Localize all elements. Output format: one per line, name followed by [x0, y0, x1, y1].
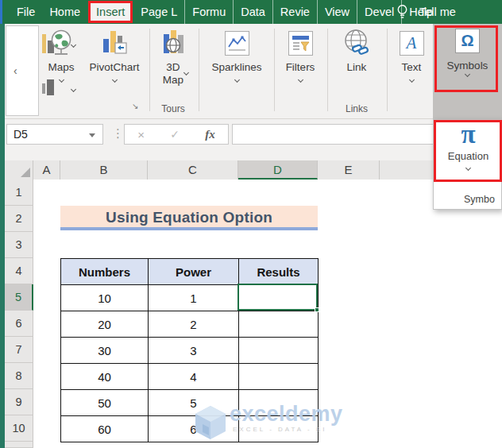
- 3d-map-label: 3D Map: [159, 61, 187, 87]
- group-separator: [199, 29, 199, 111]
- chevron-down-icon: [408, 77, 414, 83]
- watermark-brand: exceldemy: [230, 404, 343, 424]
- row-header-8[interactable]: 8: [5, 363, 33, 389]
- group-separator: [327, 29, 328, 111]
- lightbulb-icon: [396, 2, 409, 21]
- text-a-glyph: A: [407, 33, 417, 53]
- fill-handle[interactable]: [315, 307, 319, 312]
- formula-buttons: × ✓ fx: [124, 124, 229, 145]
- pivotchart-label: PivotChart: [89, 61, 139, 74]
- cell-B5[interactable]: 10: [61, 285, 149, 311]
- row-header-7[interactable]: 7: [5, 337, 33, 363]
- cell-C6[interactable]: 2: [149, 311, 239, 338]
- exceldemy-logo-icon: [193, 404, 228, 442]
- tab-view[interactable]: View: [318, 0, 357, 24]
- ribbon-tab-bar: File Home Insert Page L Formu Data Revie…: [0, 0, 502, 24]
- select-all-triangle-icon: [21, 168, 30, 177]
- tab-formulas[interactable]: Formu: [185, 0, 234, 24]
- window-edge: [0, 0, 2, 24]
- text-button[interactable]: A Text: [391, 27, 432, 106]
- tab-insert[interactable]: Insert: [91, 3, 130, 21]
- column-header-C[interactable]: C: [148, 160, 238, 180]
- row-header-5[interactable]: 5: [5, 284, 33, 311]
- cancel-icon[interactable]: ×: [137, 128, 145, 141]
- row-header-1[interactable]: 1: [5, 180, 33, 206]
- table-header-row: Numbers Power Results: [61, 259, 319, 285]
- more-options-icon[interactable]: ⋮: [112, 126, 124, 141]
- cell-B10[interactable]: 60: [61, 416, 149, 442]
- column-header-B[interactable]: B: [60, 160, 148, 180]
- fx-icon[interactable]: fx: [205, 128, 215, 141]
- chevron-down-icon: [234, 77, 239, 83]
- tab-data[interactable]: Data: [234, 0, 273, 24]
- cell-D4[interactable]: Results: [239, 259, 319, 285]
- cell-B9[interactable]: 50: [61, 390, 149, 416]
- row-header-2[interactable]: 2: [5, 206, 33, 232]
- tab-file[interactable]: File: [10, 0, 42, 24]
- row-header-3[interactable]: 3: [5, 232, 33, 258]
- excel-window: File Home Insert Page L Formu Data Revie…: [0, 0, 502, 448]
- table-row: 30 3: [61, 338, 319, 364]
- tab-page-layout[interactable]: Page L: [133, 0, 185, 24]
- chevron-down-icon: [111, 77, 117, 83]
- cell-D8[interactable]: [239, 364, 319, 390]
- ribbon: ‹ Maps: [0, 24, 502, 119]
- filters-button[interactable]: Filters: [276, 27, 324, 106]
- row-header-6[interactable]: 6: [5, 311, 33, 337]
- cell-D6[interactable]: [239, 311, 319, 338]
- 3d-map-button[interactable]: 3D Map: [151, 27, 195, 106]
- tell-me[interactable]: Tell me: [396, 0, 456, 24]
- cell-B8[interactable]: 40: [61, 364, 149, 390]
- row-headers: 1 2 3 4 5 6 7 8 9 10: [5, 180, 33, 448]
- column-header-A[interactable]: A: [33, 160, 60, 180]
- cell-B7[interactable]: 30: [61, 338, 149, 364]
- cell-C4[interactable]: Power: [149, 259, 239, 285]
- group-separator: [274, 29, 275, 111]
- row-header-10[interactable]: 10: [5, 415, 33, 442]
- sparklines-button[interactable]: Sparklines: [203, 27, 271, 106]
- active-cell-selection[interactable]: [237, 284, 318, 311]
- column-header-D[interactable]: D: [238, 160, 318, 180]
- maps-globe-icon: [47, 27, 75, 59]
- row-header-4[interactable]: 4: [5, 258, 33, 284]
- sheet-title-cell[interactable]: Using Equation Option: [60, 206, 318, 230]
- group-separator: [387, 29, 388, 111]
- row-header-9[interactable]: 9: [5, 389, 33, 415]
- pivotchart-button[interactable]: PivotChart: [84, 27, 145, 106]
- collapse-ribbon-icon[interactable]: ‹: [14, 64, 17, 77]
- cell-B4[interactable]: Numbers: [61, 259, 149, 285]
- row-header-11-partial[interactable]: [5, 442, 33, 448]
- dropdown-arrow-icon[interactable]: [89, 133, 95, 137]
- symbols-button[interactable]: Ω Symbols: [433, 24, 502, 119]
- insert-annotation-box: Insert: [88, 1, 133, 23]
- text-icon: A: [400, 27, 424, 59]
- cell-B6[interactable]: 20: [61, 311, 149, 338]
- sparklines-label: Sparklines: [211, 61, 261, 74]
- tab-list: File Home Insert Page L Formu Data Revie…: [10, 0, 440, 24]
- text-label: Text: [402, 61, 422, 74]
- group-separator: [149, 29, 150, 111]
- enter-icon[interactable]: ✓: [170, 128, 180, 141]
- tab-review[interactable]: Revie: [273, 0, 318, 24]
- symbols-annotation-box: [434, 25, 498, 92]
- maps-button[interactable]: Maps: [35, 27, 87, 106]
- tab-home[interactable]: Home: [42, 0, 87, 24]
- link-button[interactable]: Link: [330, 27, 383, 106]
- cell-D7[interactable]: [239, 338, 319, 364]
- select-all-button[interactable]: [5, 160, 33, 180]
- table-row: 40 4: [61, 364, 319, 390]
- formula-bar-row: D5 ⋮ × ✓ fx: [0, 119, 502, 160]
- dialog-launcher-icon[interactable]: ↘: [132, 102, 138, 110]
- collapsed-group-panel: ‹: [6, 25, 39, 116]
- cell-C8[interactable]: 4: [149, 364, 239, 390]
- 3d-map-icon: [160, 27, 187, 59]
- column-header-E[interactable]: E: [318, 160, 380, 180]
- symbol-menu-item[interactable]: Symbo: [464, 194, 495, 205]
- group-label-links: Links: [330, 103, 383, 114]
- cell-C7[interactable]: 3: [149, 338, 239, 364]
- filters-icon: [288, 27, 313, 59]
- cell-C5[interactable]: 1: [149, 285, 239, 311]
- exceldemy-watermark: exceldemy EXCEL - DATA - BI: [193, 404, 343, 442]
- chevron-down-icon: [297, 77, 303, 83]
- name-box[interactable]: D5: [6, 124, 103, 145]
